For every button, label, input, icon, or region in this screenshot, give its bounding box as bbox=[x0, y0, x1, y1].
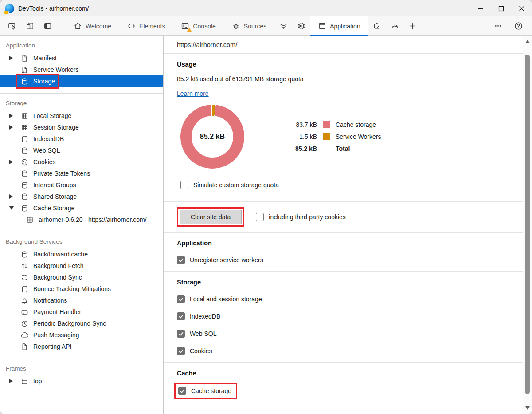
scroll-thumb[interactable] bbox=[525, 55, 530, 394]
expand-arrow-icon[interactable] bbox=[9, 194, 21, 199]
scroll-up-icon[interactable] bbox=[523, 40, 532, 43]
device-emulation-button[interactable] bbox=[21, 16, 39, 35]
vertical-scrollbar[interactable] bbox=[523, 36, 532, 414]
tab-elements[interactable]: Elements bbox=[119, 16, 173, 35]
sidebar-item-manifest[interactable]: Manifest bbox=[0, 52, 163, 64]
content-area: Application Manifest Service Workers Sto… bbox=[0, 36, 532, 414]
usage-section: Usage 85.2 kB used out of 613791 MB stor… bbox=[164, 54, 523, 202]
sidebar-item-notifications[interactable]: Notifications bbox=[0, 295, 163, 306]
sidebar-item-label: Local Storage bbox=[33, 112, 71, 119]
scroll-down-icon[interactable] bbox=[523, 406, 532, 410]
usage-heading: Usage bbox=[177, 61, 509, 68]
section-title: Background Services bbox=[0, 237, 163, 248]
dock-panel-icon bbox=[43, 22, 52, 30]
sidebar-item-service-workers[interactable]: Service Workers bbox=[0, 64, 163, 75]
simulate-quota-checkbox[interactable] bbox=[180, 181, 188, 189]
cookies-checkbox[interactable] bbox=[177, 347, 185, 355]
sidebar-item-periodic-background-sync[interactable]: Periodic Background Sync bbox=[0, 318, 163, 329]
sidebar-item-background-fetch[interactable]: Background Fetch bbox=[0, 260, 163, 272]
close-button[interactable] bbox=[511, 0, 532, 16]
sidebar-item-shared-storage[interactable]: Shared Storage bbox=[0, 191, 163, 202]
add-tab-button[interactable] bbox=[404, 16, 422, 35]
tab-welcome[interactable]: Welcome bbox=[66, 16, 119, 35]
checkbox-label: Cache storage bbox=[191, 387, 231, 394]
sidebar-item-label: Cache Storage bbox=[33, 205, 74, 212]
learn-more-link[interactable]: Learn more bbox=[177, 90, 209, 97]
sidebar-item-storage[interactable]: Storage bbox=[0, 75, 163, 87]
inspect-button[interactable] bbox=[3, 16, 21, 35]
sidebar-item-indexeddb[interactable]: IndexedDB bbox=[0, 133, 163, 145]
sidebar-item-cache-entry[interactable]: airhorner-0.6.20 - https://airhorner.com… bbox=[0, 214, 163, 225]
tab-memory[interactable] bbox=[292, 16, 310, 35]
local-session-storage-checkbox[interactable] bbox=[177, 295, 185, 303]
unregister-service-workers-checkbox[interactable] bbox=[177, 256, 185, 264]
web-sql-checkbox[interactable] bbox=[177, 330, 185, 338]
database-icon bbox=[21, 181, 28, 189]
network-icon bbox=[279, 22, 288, 30]
sidebar-section-storage: Storage Local Storage Session Storage In… bbox=[0, 94, 163, 232]
legend-total-value: 85.2 kB bbox=[285, 145, 317, 152]
legend-label: Cache storage bbox=[336, 121, 381, 128]
sidebar-item-session-storage[interactable]: Session Storage bbox=[0, 122, 163, 133]
origin-badge bbox=[4, 11, 9, 14]
collapse-arrow-icon[interactable] bbox=[9, 206, 21, 210]
section-title: Storage bbox=[0, 99, 163, 110]
tab-performance[interactable] bbox=[386, 16, 404, 35]
tab-console[interactable]: Console bbox=[173, 16, 223, 35]
sidebar-item-push-messaging[interactable]: Push Messaging bbox=[0, 329, 163, 341]
sidebar-item-local-storage[interactable]: Local Storage bbox=[0, 110, 163, 122]
origin-header: https://airhorner.com/ bbox=[164, 36, 523, 54]
third-party-cookies-checkbox[interactable] bbox=[256, 213, 264, 221]
tab-label: Elements bbox=[139, 23, 165, 30]
tab-sources[interactable]: Sources bbox=[224, 16, 274, 35]
clear-site-data-button[interactable]: Clear site data bbox=[180, 210, 242, 224]
legend-label: Service Workers bbox=[336, 133, 381, 140]
sidebar-item-back-forward-cache[interactable]: Back/forward cache bbox=[0, 248, 163, 260]
sidebar-item-private-state-tokens[interactable]: Private State Tokens bbox=[0, 168, 163, 179]
sidebar-item-label: airhorner-0.6.20 - https://airhorner.com… bbox=[39, 216, 147, 223]
window-title: DevTools - airhorner.com/ bbox=[18, 5, 89, 12]
sidebar-item-label: Bounce Tracking Mitigations bbox=[33, 285, 111, 292]
sidebar-section-background-services: Background Services Back/forward cache B… bbox=[0, 232, 163, 359]
sidebar-item-cookies[interactable]: Cookies bbox=[0, 156, 163, 168]
more-tools-button[interactable] bbox=[489, 16, 507, 35]
database-icon bbox=[21, 205, 28, 212]
up-down-arrows-icon bbox=[21, 262, 28, 270]
devtools-window: DevTools - airhorner.com/ Welcome Elemen… bbox=[0, 0, 532, 414]
tab-network[interactable] bbox=[274, 16, 292, 35]
sidebar-item-top-frame[interactable]: top bbox=[0, 375, 163, 387]
help-button[interactable] bbox=[509, 16, 527, 35]
sidebar-item-cache-storage[interactable]: Cache Storage bbox=[0, 202, 163, 214]
help-icon bbox=[514, 22, 523, 30]
tab-css-overview[interactable] bbox=[368, 16, 386, 35]
third-party-cookies-row: including third-party cookies bbox=[256, 213, 346, 221]
checkbox-row: IndexedDB bbox=[177, 312, 509, 320]
maximize-button[interactable] bbox=[491, 0, 511, 16]
expand-arrow-icon[interactable] bbox=[9, 160, 21, 164]
tab-application[interactable]: Application bbox=[310, 16, 368, 35]
expand-arrow-icon[interactable] bbox=[9, 125, 21, 130]
sidebar-item-bounce-tracking-mitigations[interactable]: Bounce Tracking Mitigations bbox=[0, 283, 163, 295]
expand-arrow-icon[interactable] bbox=[9, 114, 21, 118]
frame-icon bbox=[21, 378, 28, 385]
dock-panel-button[interactable] bbox=[39, 16, 56, 35]
expand-arrow-icon[interactable] bbox=[9, 56, 21, 60]
origin-url: https://airhorner.com/ bbox=[177, 41, 237, 48]
cache-storage-checkbox[interactable] bbox=[178, 387, 186, 395]
expand-arrow-icon[interactable] bbox=[9, 379, 21, 383]
sidebar-section-application: Application Manifest Service Workers Sto… bbox=[0, 36, 163, 94]
donut-center-label: 85.2 kB bbox=[200, 133, 225, 141]
indexeddb-checkbox[interactable] bbox=[177, 312, 185, 320]
sidebar-item-reporting-api[interactable]: Reporting API bbox=[0, 341, 163, 352]
sidebar-item-label: Manifest bbox=[33, 55, 57, 62]
section-heading: Application bbox=[177, 240, 509, 247]
sidebar-item-label: Background Sync bbox=[33, 274, 82, 281]
sidebar-item-payment-handler[interactable]: Payment Handler bbox=[0, 306, 163, 318]
sidebar-item-interest-groups[interactable]: Interest Groups bbox=[0, 179, 163, 191]
sync-icon bbox=[21, 274, 28, 281]
minimize-button[interactable] bbox=[470, 0, 491, 16]
sidebar-item-web-sql[interactable]: Web SQL bbox=[0, 145, 163, 156]
usage-donut-chart: 85.2 kB bbox=[180, 105, 244, 169]
sidebar-item-background-sync[interactable]: Background Sync bbox=[0, 272, 163, 283]
plus-icon bbox=[408, 22, 417, 30]
